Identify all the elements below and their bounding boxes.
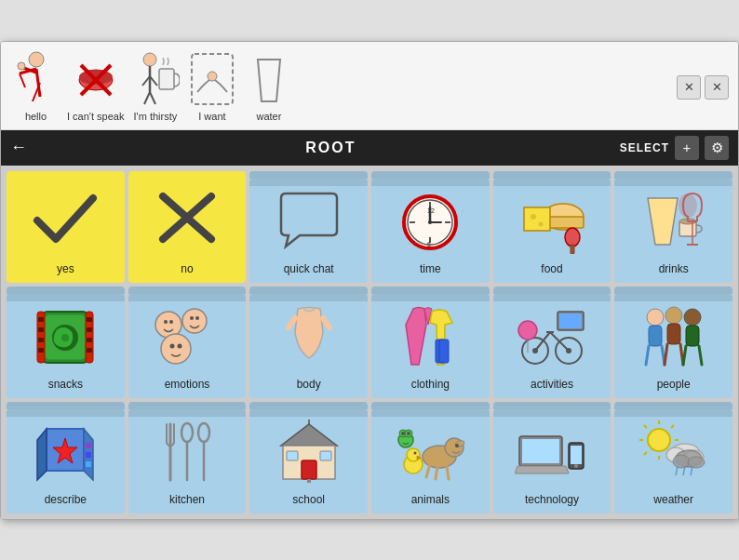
animals-label: animals xyxy=(411,493,450,506)
svg-point-11 xyxy=(143,53,156,66)
select-button[interactable]: SELECT xyxy=(620,141,669,154)
cell-quick-chat[interactable]: quick chat xyxy=(249,171,368,283)
people-icon xyxy=(618,300,729,374)
svg-point-125 xyxy=(407,448,420,461)
svg-rect-57 xyxy=(87,338,92,342)
nav-bar: ← ROOT SELECT + ⚙ xyxy=(1,130,738,166)
symbol-cant-speak[interactable]: I can't speak xyxy=(67,48,124,122)
svg-rect-40 xyxy=(571,245,574,254)
svg-rect-134 xyxy=(522,439,559,463)
cell-technology[interactable]: technology xyxy=(493,402,611,513)
svg-line-15 xyxy=(144,92,150,104)
cell-kitchen[interactable]: kitchen xyxy=(128,402,247,513)
food-label: food xyxy=(541,262,562,275)
svg-rect-99 xyxy=(86,443,91,448)
svg-line-70 xyxy=(289,318,295,327)
svg-rect-52 xyxy=(38,327,44,332)
quick-chat-icon xyxy=(253,184,364,259)
cell-body[interactable]: body xyxy=(249,287,368,398)
svg-line-122 xyxy=(436,466,437,479)
close-button[interactable]: ✕ xyxy=(677,75,701,100)
svg-line-144 xyxy=(671,425,674,428)
svg-line-92 xyxy=(665,344,667,365)
cell-snacks[interactable]: snacks xyxy=(7,287,125,398)
svg-point-0 xyxy=(29,52,44,67)
svg-rect-100 xyxy=(86,452,91,458)
svg-rect-136 xyxy=(571,446,582,464)
school-icon xyxy=(253,415,364,489)
snacks-label: snacks xyxy=(48,378,83,391)
svg-point-132 xyxy=(407,432,410,435)
clothing-label: clothing xyxy=(411,378,450,391)
clothing-icon xyxy=(375,300,486,374)
symbol-water[interactable]: water xyxy=(243,48,294,122)
svg-point-66 xyxy=(195,316,199,320)
svg-point-67 xyxy=(161,334,191,364)
quick-symbols-bar: hello I can't speak xyxy=(10,48,677,122)
cell-describe[interactable]: describe xyxy=(7,402,125,513)
snacks-icon xyxy=(10,300,121,374)
symbol-thirsty[interactable]: I'm thirsty xyxy=(129,48,181,122)
symbol-thirsty-label: I'm thirsty xyxy=(134,111,178,122)
cell-yes[interactable]: yes xyxy=(7,171,125,283)
svg-rect-101 xyxy=(86,461,91,467)
cell-activities[interactable]: activities xyxy=(493,287,611,398)
animals-icon xyxy=(375,415,486,489)
svg-point-44 xyxy=(679,193,697,218)
minimize-button[interactable]: ✕ xyxy=(705,75,729,100)
svg-rect-55 xyxy=(87,317,92,322)
svg-point-155 xyxy=(688,457,705,468)
svg-point-64 xyxy=(182,309,207,333)
settings-button[interactable]: ⚙ xyxy=(705,136,729,160)
cell-weather[interactable]: weather xyxy=(614,402,732,513)
svg-point-19 xyxy=(208,72,217,81)
svg-point-69 xyxy=(177,343,181,348)
cell-school[interactable]: school xyxy=(249,402,368,513)
svg-rect-112 xyxy=(302,460,316,479)
svg-point-106 xyxy=(181,423,193,442)
no-icon xyxy=(132,177,243,259)
top-bar: hello I can't speak xyxy=(1,42,738,130)
svg-point-60 xyxy=(61,334,69,341)
weather-icon xyxy=(618,415,729,489)
svg-point-65 xyxy=(190,316,194,320)
svg-point-39 xyxy=(565,228,580,247)
cell-people[interactable]: people xyxy=(614,287,732,398)
svg-point-126 xyxy=(414,451,417,454)
add-button[interactable]: + xyxy=(675,136,699,160)
cell-animals[interactable]: animals xyxy=(371,402,490,513)
symbol-i-want[interactable]: I want xyxy=(186,48,237,122)
no-label: no xyxy=(181,262,193,275)
svg-marker-36 xyxy=(524,207,550,231)
cell-emotions[interactable]: emotions xyxy=(128,287,247,398)
svg-point-86 xyxy=(647,309,664,326)
describe-label: describe xyxy=(45,493,87,506)
svg-rect-51 xyxy=(38,317,44,322)
back-button[interactable]: ← xyxy=(10,138,27,157)
quick-chat-label: quick chat xyxy=(284,262,334,275)
cell-clothing[interactable]: clothing xyxy=(371,287,490,398)
school-label: school xyxy=(292,493,325,506)
svg-point-120 xyxy=(455,444,459,447)
symbol-cant-speak-label: I can't speak xyxy=(67,111,124,122)
cell-food[interactable]: food xyxy=(493,171,611,283)
body-icon xyxy=(253,300,364,374)
svg-point-6 xyxy=(18,62,25,70)
svg-point-38 xyxy=(538,221,543,226)
cell-no[interactable]: no xyxy=(128,171,247,283)
svg-point-68 xyxy=(169,343,174,348)
svg-point-63 xyxy=(169,320,173,324)
cell-time[interactable]: 12 6 time xyxy=(371,171,490,283)
svg-line-143 xyxy=(644,425,647,428)
symbol-i-want-label: I want xyxy=(198,111,225,122)
nav-actions: SELECT + ⚙ xyxy=(620,136,729,160)
svg-point-138 xyxy=(648,429,670,451)
emotions-label: emotions xyxy=(165,378,210,391)
symbol-hello[interactable]: hello xyxy=(10,48,61,122)
cell-drinks[interactable]: drinks xyxy=(614,171,732,283)
svg-point-94 xyxy=(684,309,701,326)
svg-point-62 xyxy=(164,320,168,324)
svg-line-123 xyxy=(447,466,449,479)
symbol-hello-icon xyxy=(10,48,61,109)
activities-label: activities xyxy=(531,378,573,391)
